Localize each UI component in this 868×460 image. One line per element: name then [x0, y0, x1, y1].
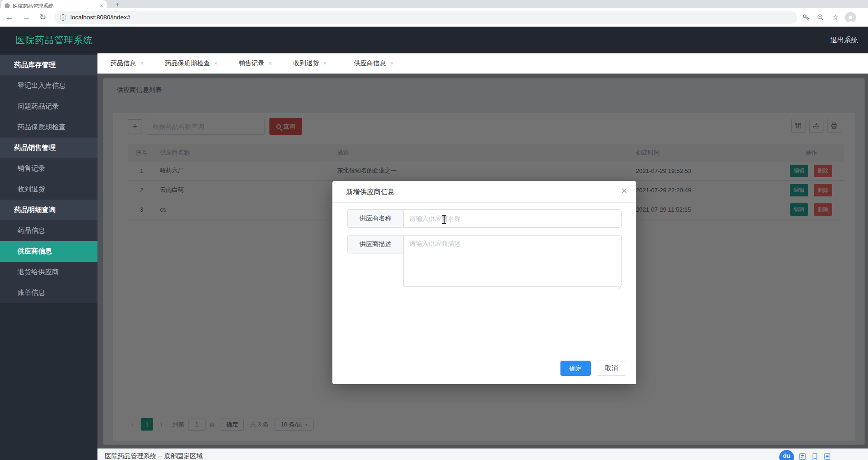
app-header: 医院药品管理系统 退出系统	[0, 27, 868, 53]
sidebar-group-drug-details[interactable]: 药品明细查询	[0, 200, 97, 220]
tab-supplier-info[interactable]: 供应商信息 ×	[345, 53, 402, 73]
bookmark-star-icon[interactable]: ☆	[830, 12, 840, 23]
dialog-ok-button[interactable]: 确定	[560, 361, 591, 376]
tab-label: 药品信息	[110, 59, 136, 68]
tab-sales-records[interactable]: 销售记录 ×	[236, 53, 275, 73]
footer-bar: 医院药品管理系统 -- 底部固定区域 du	[97, 448, 868, 460]
profile-avatar[interactable]	[845, 12, 856, 23]
supplier-desc-field-group: 供应商描述	[347, 235, 622, 287]
dialog-header: 新增供应商信息 ×	[332, 181, 636, 203]
sidebar-group-inventory[interactable]: 药品库存管理	[0, 55, 97, 75]
password-key-icon[interactable]	[801, 12, 811, 23]
favicon-icon	[5, 3, 10, 8]
dialog-cancel-button[interactable]: 取消	[597, 361, 626, 376]
sidebar-item-register-in-out[interactable]: 登记出入库信息	[0, 75, 97, 96]
back-icon[interactable]: ←	[3, 11, 17, 24]
translate-icon[interactable]	[799, 453, 806, 460]
browser-action-icons: ☆	[801, 12, 856, 23]
tab-close-icon[interactable]: ×	[140, 60, 144, 67]
sidebar-item-supplier-info[interactable]: 供应商信息	[0, 241, 97, 262]
dialog-footer: 确定 取消	[560, 361, 626, 376]
dialog-close-icon[interactable]: ×	[621, 186, 627, 196]
zoom-icon[interactable]	[816, 12, 826, 23]
sidebar-menu: 药品库存管理 登记出入库信息 问题药品记录 药品保质期检查 药品销售管理 销售记…	[0, 55, 97, 303]
dialog-title: 新增供应商信息	[346, 188, 394, 196]
sidebar-item-drug-info[interactable]: 药品信息	[0, 220, 97, 241]
supplier-name-field-group: 供应商名称	[347, 209, 622, 228]
supplier-name-input[interactable]	[403, 209, 622, 228]
tab-close-icon[interactable]: ×	[100, 3, 103, 9]
address-bar[interactable]: i localhost:8080/index#	[54, 11, 797, 24]
add-supplier-dialog: 新增供应商信息 × 供应商名称 供应商描述 确定 取消	[332, 181, 636, 384]
browser-tabstrip: 医院药品管理系统 × +	[0, 0, 868, 8]
new-tab-button[interactable]: +	[112, 2, 122, 8]
tab-label: 收到退货	[293, 59, 319, 68]
browser-tab[interactable]: 医院药品管理系统 ×	[1, 0, 107, 8]
forward-icon[interactable]: →	[19, 11, 33, 24]
footer-icons: du	[779, 450, 831, 460]
reload-icon[interactable]: ↻	[36, 11, 50, 24]
tab-close-icon[interactable]: ×	[214, 60, 218, 67]
sidebar-item-returns-received[interactable]: 收到退货	[0, 179, 97, 200]
tab-returns-received[interactable]: 收到退货 ×	[291, 53, 330, 73]
text-cursor	[444, 216, 445, 223]
tab-drug-info[interactable]: 药品信息 ×	[108, 53, 147, 73]
note-icon[interactable]	[823, 453, 831, 460]
footer-text: 医院药品管理系统 -- 底部固定区域	[105, 452, 203, 460]
tab-close-icon[interactable]: ×	[390, 60, 394, 67]
tab-label: 药品保质期检查	[165, 59, 210, 68]
page-info-icon[interactable]: i	[60, 14, 66, 21]
sidebar-item-return-to-supplier[interactable]: 退货给供应商	[0, 262, 97, 282]
bookmark-ribbon-icon[interactable]	[811, 453, 819, 460]
sidebar-item-sales-records[interactable]: 销售记录	[0, 158, 97, 179]
tab-close-icon[interactable]: ×	[323, 60, 327, 67]
sidebar-item-bill-info[interactable]: 账单信息	[0, 282, 97, 303]
supplier-desc-textarea[interactable]	[403, 235, 622, 287]
sidebar-item-problem-drugs[interactable]: 问题药品记录	[0, 96, 97, 117]
sidebar: 药品库存管理 登记出入库信息 问题药品记录 药品保质期检查 药品销售管理 销售记…	[0, 53, 97, 460]
supplier-desc-label: 供应商描述	[347, 235, 403, 253]
app-title: 医院药品管理系统	[16, 34, 93, 46]
browser-toolbar: ← → ↻ i localhost:8080/index# ☆	[0, 8, 868, 27]
browser-tab-title: 医院药品管理系统	[13, 3, 97, 9]
tab-expiry-check[interactable]: 药品保质期检查 ×	[162, 53, 221, 73]
tab-close-icon[interactable]: ×	[268, 60, 272, 67]
url-text[interactable]: localhost:8080/index#	[70, 14, 131, 21]
tab-label: 供应商信息	[354, 59, 386, 68]
logout-link[interactable]: 退出系统	[830, 36, 858, 45]
sidebar-group-sales[interactable]: 药品销售管理	[0, 138, 97, 158]
baidu-badge-icon[interactable]: du	[779, 450, 794, 460]
sidebar-item-expiry-check[interactable]: 药品保质期检查	[0, 117, 97, 138]
supplier-name-label: 供应商名称	[347, 209, 403, 228]
application-window: 医院药品管理系统 × + ← → ↻ i localhost:8080/inde…	[0, 0, 868, 460]
tab-label: 销售记录	[239, 59, 264, 68]
workspace-tabbar: 药品信息 × 药品保质期检查 × 销售记录 × 收到退货 × 供应商信息 ×	[97, 53, 868, 74]
